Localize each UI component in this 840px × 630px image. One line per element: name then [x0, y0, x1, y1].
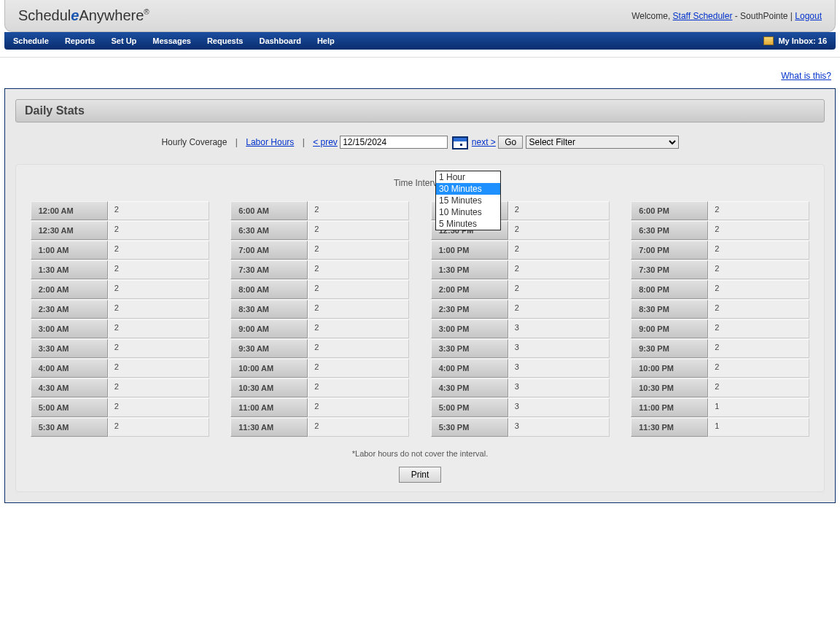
slot-value: 3	[508, 359, 610, 378]
nav-requests[interactable]: Requests	[207, 36, 244, 45]
slot-value: 2	[308, 359, 409, 378]
time-slot-row: 7:00 AM2	[230, 241, 409, 260]
time-slot-row: 5:00 AM2	[31, 398, 209, 417]
logout-link[interactable]: Logout	[795, 11, 822, 21]
controls-row: Hourly Coverage | Labor Hours | < prev n…	[15, 136, 825, 149]
nav-reports[interactable]: Reports	[65, 36, 96, 45]
slot-value: 2	[108, 339, 209, 358]
slot-time: 8:00 AM	[230, 280, 308, 299]
time-slot-row: 3:30 PM3	[431, 339, 610, 358]
sep: |	[303, 137, 305, 147]
slot-time: 10:00 AM	[230, 359, 308, 378]
calendar-icon[interactable]	[452, 136, 468, 149]
slot-value: 1	[708, 418, 809, 437]
slot-time: 4:30 PM	[431, 378, 508, 397]
slot-value: 2	[708, 319, 809, 338]
what-is-this-link[interactable]: What is this?	[781, 71, 831, 81]
slot-time: 8:30 AM	[230, 300, 308, 319]
labor-hours-link[interactable]: Labor Hours	[246, 137, 294, 147]
nav-messages[interactable]: Messages	[152, 36, 191, 45]
slot-time: 3:00 AM	[31, 319, 108, 338]
date-input[interactable]	[340, 136, 448, 149]
user-link[interactable]: Staff Scheduler	[673, 11, 733, 21]
slot-time: 5:30 AM	[31, 418, 108, 437]
slot-time: 9:30 AM	[230, 339, 308, 358]
panel-title: Daily Stats	[25, 104, 85, 117]
slot-time: 7:30 PM	[631, 260, 708, 279]
welcome-prefix: Welcome,	[631, 11, 672, 21]
slot-value: 2	[308, 339, 409, 358]
time-slot-row: 4:00 PM3	[431, 359, 610, 378]
slot-time: 6:30 AM	[230, 221, 308, 240]
slot-value: 2	[108, 280, 209, 299]
nav-help[interactable]: Help	[317, 36, 335, 45]
slot-time: 4:00 PM	[431, 359, 508, 378]
interval-opt-10min[interactable]: 10 Minutes	[436, 206, 500, 218]
slot-time: 5:00 PM	[431, 398, 508, 417]
slot-time: 2:00 AM	[31, 280, 108, 299]
time-slot-row: 10:00 PM2	[631, 359, 809, 378]
filter-select[interactable]: Select Filter	[526, 136, 679, 149]
slot-value: 3	[508, 339, 610, 358]
time-slot-row: 5:00 PM3	[431, 398, 610, 417]
time-slot-row: 1:00 PM2	[431, 241, 610, 260]
slot-value: 2	[508, 221, 610, 240]
slot-value: 2	[108, 300, 209, 319]
interval-opt-1hour[interactable]: 1 Hour	[436, 171, 500, 183]
time-slot-row: 4:30 PM3	[431, 378, 610, 397]
slot-value: 2	[308, 418, 409, 437]
time-slot-row: 3:00 PM3	[431, 319, 610, 338]
panel-title-bar: Daily Stats	[15, 99, 825, 122]
time-slot-row: 10:00 AM2	[230, 359, 409, 378]
slot-value: 2	[508, 241, 610, 260]
nav-setup[interactable]: Set Up	[111, 36, 136, 45]
print-button[interactable]: Print	[399, 467, 442, 483]
nav-dashboard[interactable]: Dashboard	[259, 36, 300, 45]
time-slot-row: 2:30 PM2	[431, 300, 610, 319]
inbox-label[interactable]: My Inbox: 16	[778, 36, 827, 45]
slot-time: 1:30 PM	[431, 260, 508, 279]
time-slot-row: 9:30 AM2	[230, 339, 409, 358]
slot-value: 2	[708, 241, 809, 260]
slot-value: 2	[708, 221, 809, 240]
time-slot-row: 7:30 PM2	[631, 260, 809, 279]
main-nav: Schedule Reports Set Up Messages Request…	[4, 32, 836, 50]
slot-value: 2	[708, 260, 809, 279]
interval-opt-5min[interactable]: 5 Minutes	[436, 218, 500, 230]
go-button[interactable]: Go	[498, 136, 523, 149]
slot-value: 2	[308, 201, 409, 220]
time-slot-row: 12:30 AM2	[31, 221, 209, 240]
time-slot-row: 2:00 PM2	[431, 280, 610, 299]
time-slot-row: 3:00 AM2	[31, 319, 209, 338]
time-slot-row: 4:30 AM2	[31, 378, 209, 397]
slot-time: 8:00 PM	[631, 280, 708, 299]
interval-opt-15min[interactable]: 15 Minutes	[436, 195, 500, 206]
slot-time: 2:00 PM	[431, 280, 508, 299]
sep: |	[236, 137, 238, 147]
slot-time: 5:30 PM	[431, 418, 508, 437]
interval-opt-30min[interactable]: 30 Minutes	[436, 183, 500, 195]
time-slot-row: 6:00 PM2	[631, 201, 809, 220]
nav-right[interactable]: My Inbox: 16	[763, 36, 827, 45]
slot-time: 11:00 AM	[230, 398, 308, 417]
interval-select[interactable]: 1 Hour 30 Minutes 15 Minutes 10 Minutes …	[435, 171, 501, 230]
time-slot-row: 4:00 AM2	[31, 359, 209, 378]
print-row: Print	[23, 467, 817, 483]
slot-time: 12:30 AM	[31, 221, 108, 240]
slot-time: 4:30 AM	[31, 378, 108, 397]
prev-link[interactable]: < prev	[313, 137, 338, 147]
time-slot-row: 5:30 PM3	[431, 418, 610, 437]
slot-time: 10:00 PM	[631, 359, 708, 378]
slot-value: 2	[108, 319, 209, 338]
time-slot-row: 8:00 AM2	[230, 280, 409, 299]
nav-schedule[interactable]: Schedule	[13, 36, 49, 45]
time-slot-row: 3:30 AM2	[31, 339, 209, 358]
slot-time: 7:00 AM	[230, 241, 308, 260]
slot-time: 10:30 PM	[631, 378, 708, 397]
slot-value: 2	[308, 398, 409, 417]
time-slot-row: 1:30 AM2	[31, 260, 209, 279]
time-slot-row: 10:30 AM2	[230, 378, 409, 397]
slot-value: 2	[108, 201, 209, 220]
slot-time: 8:30 PM	[631, 300, 708, 319]
next-link[interactable]: next >	[472, 137, 496, 147]
